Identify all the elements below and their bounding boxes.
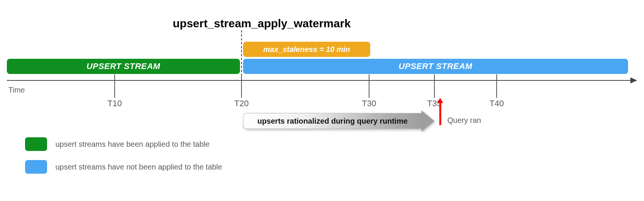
tick-t10 (114, 74, 115, 98)
tick-label-t40: T40 (489, 99, 504, 108)
tick-label-t10: T10 (107, 99, 122, 108)
legend-unapplied-text: upsert streams have not been applied to … (55, 163, 222, 171)
query-ran-label: Query ran (447, 116, 481, 125)
legend-unapplied-swatch (25, 160, 47, 174)
watermark-dashed-line (241, 30, 242, 76)
query-ran-arrow (439, 102, 441, 125)
rationalize-arrow-head (421, 110, 434, 132)
diagram-canvas: upsert_stream_apply_watermark max_stalen… (0, 0, 644, 201)
upsert-stream-applied-bar: UPSERT STREAM (7, 59, 240, 74)
legend-unapplied: upsert streams have not been applied to … (25, 160, 222, 174)
tick-t30 (369, 74, 369, 98)
timeline-axis (7, 80, 633, 81)
diagram-title: upsert_stream_apply_watermark (173, 17, 351, 30)
max-staleness-label: max_staleness = 10 min (263, 45, 350, 54)
tick-t20 (241, 74, 242, 98)
tick-t40 (496, 74, 497, 98)
rationalize-arrow-body: upserts rationalized during query runtim… (243, 113, 421, 129)
legend-applied-swatch (25, 137, 47, 151)
tick-label-t20: T20 (234, 99, 249, 108)
rationalize-label: upserts rationalized during query runtim… (257, 117, 408, 126)
upsert-stream-unapplied-label: UPSERT STREAM (399, 61, 472, 71)
legend-applied: upsert streams have been applied to the … (25, 137, 210, 151)
upsert-stream-applied-label: UPSERT STREAM (87, 61, 160, 71)
max-staleness-bar: max_staleness = 10 min (243, 42, 370, 57)
tick-label-t30: T30 (362, 99, 376, 108)
upsert-stream-unapplied-bar: UPSERT STREAM (243, 59, 628, 74)
rationalize-arrow: upserts rationalized during query runtim… (243, 113, 434, 129)
timeline-axis-label: Time (8, 86, 25, 94)
tick-t35 (434, 74, 435, 98)
legend-applied-text: upsert streams have been applied to the … (55, 140, 210, 149)
